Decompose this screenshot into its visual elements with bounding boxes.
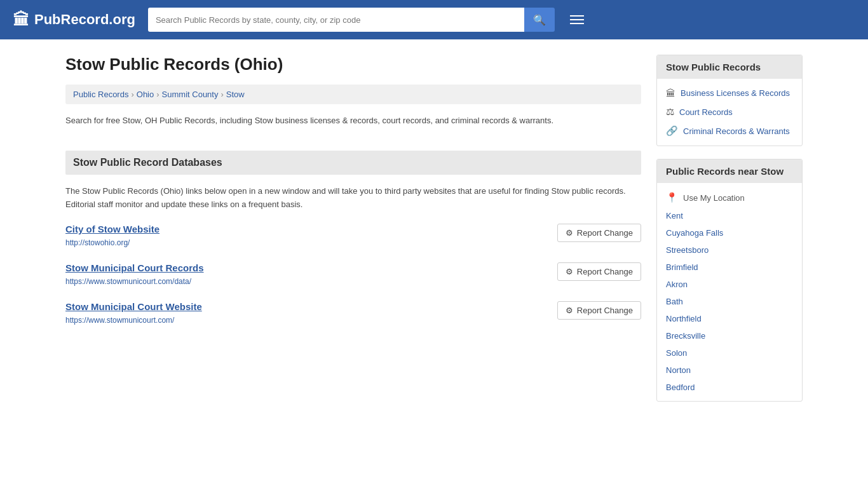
list-item: Norton — [657, 362, 802, 379]
record-url-link[interactable]: https://www.stowmunicourt.com/ — [65, 316, 174, 325]
record-info: Stow Municipal Court Records https://www… — [65, 262, 204, 286]
record-title-link[interactable]: Stow Municipal Court Website — [65, 301, 202, 312]
nearby-place-label: Solon — [666, 348, 687, 358]
list-item: 📍 Use My Location — [657, 188, 802, 207]
report-change-button[interactable]: ⚙ Report Change — [557, 262, 641, 281]
sidebar-public-records-section: Stow Public Records 🏛 Business Licenses … — [656, 55, 803, 146]
list-item: 🔗 Criminal Records & Warrants — [657, 121, 802, 140]
sep-2: › — [156, 90, 159, 99]
nearby-place-label: Bath — [666, 297, 683, 306]
nearby-cuyahoga-falls-link[interactable]: Cuyahoga Falls — [666, 228, 793, 238]
criminal-icon: 🔗 — [666, 125, 678, 137]
nearby-akron-link[interactable]: Akron — [666, 280, 793, 289]
sidebar-nearby-section: Public Records near Stow 📍 Use My Locati… — [656, 159, 803, 402]
sep-3: › — [220, 90, 223, 99]
sidebar-court-records-link[interactable]: ⚖ Court Records — [666, 106, 793, 118]
record-info: City of Stow Website http://stowohio.org… — [65, 224, 159, 247]
list-item: Bath — [657, 293, 802, 310]
record-entry: Stow Municipal Court Records https://www… — [65, 262, 641, 286]
sidebar-criminal-records-link[interactable]: 🔗 Criminal Records & Warrants — [666, 125, 793, 137]
breadcrumb: Public Records › Ohio › Summit County › … — [65, 85, 641, 104]
page-description: Search for free Stow, OH Public Records,… — [65, 114, 641, 138]
sidebar-link-label: Criminal Records & Warrants — [683, 126, 790, 136]
list-item: Kent — [657, 207, 802, 224]
record-entry: City of Stow Website http://stowohio.org… — [65, 224, 641, 247]
databases-section-header: Stow Public Record Databases — [65, 151, 641, 175]
sidebar-link-label: Court Records — [679, 107, 733, 117]
report-icon: ⚙ — [566, 306, 573, 315]
sidebar-nearby-title: Public Records near Stow — [657, 159, 802, 183]
list-item: 🏛 Business Licenses & Records — [657, 84, 802, 102]
list-item: Streetsboro — [657, 241, 802, 259]
main-container: Stow Public Records (Ohio) Public Record… — [53, 39, 815, 430]
sidebar: Stow Public Records 🏛 Business Licenses … — [656, 55, 803, 414]
nearby-place-label: Cuyahoga Falls — [666, 228, 723, 238]
list-item: Cuyahoga Falls — [657, 224, 802, 241]
location-pin-icon: 📍 — [666, 192, 678, 203]
sidebar-nearby-list: 📍 Use My Location Kent Cuyahoga Falls — [657, 183, 802, 401]
search-icon: 🔍 — [533, 14, 546, 26]
report-icon: ⚙ — [566, 267, 573, 276]
list-item: ⚖ Court Records — [657, 102, 802, 121]
logo-icon: 🏛 — [13, 10, 29, 30]
sidebar-link-label: Business Licenses & Records — [681, 88, 790, 98]
logo-text: PubRecord.org — [34, 11, 135, 28]
record-title-link[interactable]: City of Stow Website — [65, 224, 159, 234]
report-icon: ⚙ — [566, 228, 573, 238]
records-list: City of Stow Website http://stowohio.org… — [65, 224, 641, 325]
search-input[interactable] — [148, 8, 524, 32]
list-item: Solon — [657, 344, 802, 362]
report-change-button[interactable]: ⚙ Report Change — [557, 301, 641, 320]
report-change-label: Report Change — [577, 228, 633, 238]
report-change-label: Report Change — [577, 267, 633, 276]
sidebar-public-records-list: 🏛 Business Licenses & Records ⚖ Court Re… — [657, 79, 802, 146]
report-change-label: Report Change — [577, 306, 633, 315]
list-item: Brecksville — [657, 327, 802, 344]
nearby-place-label: Brimfield — [666, 262, 698, 272]
sidebar-business-licenses-link[interactable]: 🏛 Business Licenses & Records — [666, 88, 793, 98]
nearby-place-label: Streetsboro — [666, 245, 709, 255]
search-bar: 🔍 — [148, 8, 555, 32]
nearby-brecksville-link[interactable]: Brecksville — [666, 331, 793, 341]
record-entry: Stow Municipal Court Website https://www… — [65, 301, 641, 325]
content-area: Stow Public Records (Ohio) Public Record… — [65, 55, 641, 414]
nearby-place-label: Norton — [666, 365, 691, 375]
nearby-streetsboro-link[interactable]: Streetsboro — [666, 245, 793, 255]
nearby-bedford-link[interactable]: Bedford — [666, 383, 793, 392]
record-title-link[interactable]: Stow Municipal Court Records — [65, 262, 204, 273]
search-button[interactable]: 🔍 — [524, 8, 555, 32]
business-icon: 🏛 — [666, 88, 675, 98]
breadcrumb-public-records[interactable]: Public Records — [73, 90, 128, 99]
nearby-solon-link[interactable]: Solon — [666, 348, 793, 358]
nearby-place-label: Northfield — [666, 314, 702, 323]
breadcrumb-ohio[interactable]: Ohio — [137, 90, 154, 99]
nearby-place-label: Brecksville — [666, 331, 705, 341]
page-title: Stow Public Records (Ohio) — [65, 55, 641, 74]
nearby-norton-link[interactable]: Norton — [666, 365, 793, 375]
nearby-place-label: Bedford — [666, 383, 695, 392]
record-url-link[interactable]: https://www.stowmunicourt.com/data/ — [65, 277, 191, 286]
sep-1: › — [131, 90, 133, 99]
nearby-bath-link[interactable]: Bath — [666, 297, 793, 306]
use-my-location-link[interactable]: 📍 Use My Location — [666, 192, 793, 203]
nearby-place-label: Akron — [666, 280, 688, 289]
breadcrumb-summit-county[interactable]: Summit County — [162, 90, 219, 99]
menu-button[interactable] — [567, 13, 587, 27]
site-logo[interactable]: 🏛 PubRecord.org — [13, 10, 135, 30]
record-info: Stow Municipal Court Website https://www… — [65, 301, 202, 325]
sidebar-public-records-title: Stow Public Records — [657, 55, 802, 79]
use-my-location-label: Use My Location — [683, 193, 745, 203]
nearby-northfield-link[interactable]: Northfield — [666, 314, 793, 323]
list-item: Akron — [657, 276, 802, 293]
list-item: Brimfield — [657, 259, 802, 276]
breadcrumb-stow[interactable]: Stow — [226, 90, 245, 99]
record-url-link[interactable]: http://stowohio.org/ — [65, 238, 130, 247]
site-header: 🏛 PubRecord.org 🔍 — [0, 0, 868, 39]
nearby-brimfield-link[interactable]: Brimfield — [666, 262, 793, 272]
list-item: Northfield — [657, 310, 802, 327]
court-icon: ⚖ — [666, 106, 674, 118]
nearby-kent-link[interactable]: Kent — [666, 211, 793, 220]
databases-description: The Stow Public Records (Ohio) links bel… — [65, 185, 641, 212]
report-change-button[interactable]: ⚙ Report Change — [557, 224, 641, 242]
nearby-place-label: Kent — [666, 211, 683, 220]
